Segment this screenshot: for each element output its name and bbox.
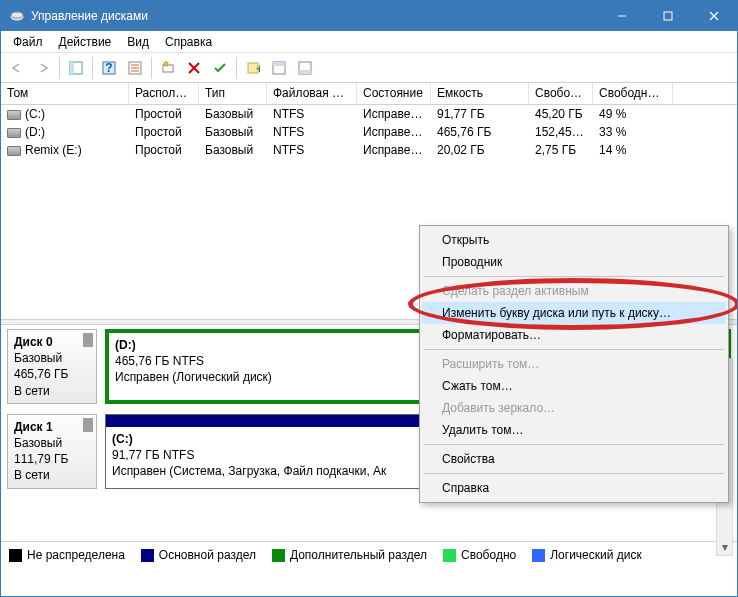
svg-rect-23 (299, 70, 311, 74)
svg-rect-21 (273, 62, 285, 66)
legend: Не распределена Основной раздел Дополнит… (1, 541, 737, 568)
col-free[interactable]: Свобод… (529, 83, 593, 104)
panel1-button[interactable] (267, 56, 291, 80)
disk-header[interactable]: Диск 0Базовый465,76 ГБВ сети (7, 329, 97, 404)
minimize-button[interactable] (599, 1, 645, 31)
svg-point-1 (11, 12, 23, 18)
menu-help[interactable]: Справка (157, 33, 220, 51)
ctx-change-letter[interactable]: Изменить букву диска или путь к диску… (422, 302, 726, 324)
toolbar: ? + (1, 53, 737, 83)
close-button[interactable] (691, 1, 737, 31)
panel2-button[interactable] (293, 56, 317, 80)
disk-icon (7, 146, 21, 156)
ctx-delete[interactable]: Удалить том… (422, 419, 726, 441)
disk-header[interactable]: Диск 1Базовый111,79 ГБВ сети (7, 414, 97, 489)
legend-logical: Логический диск (550, 548, 642, 562)
svg-text:?: ? (105, 61, 112, 75)
table-row[interactable]: Remix (E:)ПростойБазовыйNTFSИсправен…20,… (1, 141, 737, 159)
col-type[interactable]: Тип (199, 83, 267, 104)
view-button[interactable] (64, 56, 88, 80)
menu-file[interactable]: Файл (5, 33, 51, 51)
table-row[interactable]: (D:)ПростойБазовыйNTFSИсправен…465,76 ГБ… (1, 123, 737, 141)
list-button[interactable] (123, 56, 147, 80)
new-button[interactable]: + (241, 56, 265, 80)
svg-rect-3 (664, 12, 672, 20)
table-row[interactable]: (C:)ПростойБазовыйNTFSИсправен…91,77 ГБ4… (1, 105, 737, 123)
ctx-make-active: Сделать раздел активным (422, 280, 726, 302)
ctx-help[interactable]: Справка (422, 477, 726, 499)
scroll-down-icon[interactable]: ▾ (717, 538, 732, 555)
volume-table-header: Том Располо… Тип Файловая с… Состояние Е… (1, 83, 737, 105)
settings-button[interactable] (156, 56, 180, 80)
col-capacity[interactable]: Емкость (431, 83, 529, 104)
col-layout[interactable]: Располо… (129, 83, 199, 104)
forward-button (31, 56, 55, 80)
ctx-properties[interactable]: Свойства (422, 448, 726, 470)
col-state[interactable]: Состояние (357, 83, 431, 104)
titlebar: Управление дисками (1, 1, 737, 31)
legend-unallocated: Не распределена (27, 548, 125, 562)
legend-primary: Основной раздел (159, 548, 256, 562)
col-freepct[interactable]: Свободно % (593, 83, 673, 104)
svg-point-15 (164, 62, 168, 66)
disk-icon (7, 110, 21, 120)
legend-free: Свободно (461, 548, 516, 562)
legend-extended: Дополнительный раздел (290, 548, 427, 562)
check-button[interactable] (208, 56, 232, 80)
ctx-extend: Расширить том… (422, 353, 726, 375)
menu-view[interactable]: Вид (119, 33, 157, 51)
delete-button[interactable] (182, 56, 206, 80)
app-icon (9, 8, 25, 24)
col-filesystem[interactable]: Файловая с… (267, 83, 357, 104)
partition[interactable]: (C:)91,77 ГБ NTFSИсправен (Система, Загр… (105, 414, 448, 489)
svg-rect-7 (70, 62, 74, 74)
disk-icon (7, 128, 21, 138)
help-button[interactable]: ? (97, 56, 121, 80)
ctx-mirror: Добавить зеркало… (422, 397, 726, 419)
svg-text:+: + (256, 62, 260, 75)
window-title: Управление дисками (31, 9, 599, 23)
context-menu: Открыть Проводник Сделать раздел активны… (419, 225, 729, 503)
maximize-button[interactable] (645, 1, 691, 31)
ctx-explorer[interactable]: Проводник (422, 251, 726, 273)
ctx-open[interactable]: Открыть (422, 229, 726, 251)
back-button (5, 56, 29, 80)
ctx-shrink[interactable]: Сжать том… (422, 375, 726, 397)
volume-table-body: (C:)ПростойБазовыйNTFSИсправен…91,77 ГБ4… (1, 105, 737, 159)
col-volume[interactable]: Том (1, 83, 129, 104)
menu-action[interactable]: Действие (51, 33, 120, 51)
menubar: Файл Действие Вид Справка (1, 31, 737, 53)
ctx-format[interactable]: Форматировать… (422, 324, 726, 346)
svg-rect-14 (163, 65, 173, 72)
